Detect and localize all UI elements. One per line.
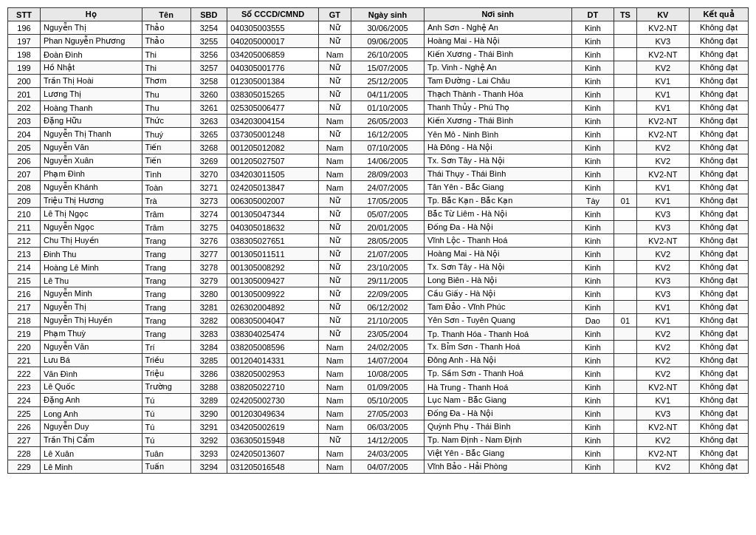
table-cell: 226 <box>8 420 41 434</box>
table-cell <box>614 341 636 354</box>
table-cell: Tp. Vinh - Nghệ An <box>425 61 571 75</box>
table-cell: Trang <box>142 261 190 274</box>
table-cell: Toàn <box>142 181 190 194</box>
table-cell: 210 <box>8 208 41 221</box>
table-cell: 10/08/2005 <box>351 367 424 381</box>
table-cell: KV2 <box>636 141 690 154</box>
table-cell: 037305001248 <box>227 128 319 141</box>
table-cell: Không đạt <box>690 154 749 168</box>
table-cell: 001203049634 <box>227 407 319 420</box>
table-cell: 05/10/2005 <box>351 394 424 407</box>
table-cell: 28/09/2003 <box>351 168 424 181</box>
table-cell: KV1 <box>636 301 690 314</box>
table-cell: 228 <box>8 447 41 460</box>
table-cell: 038304025474 <box>227 327 319 341</box>
header-sbd: SBD <box>190 8 227 21</box>
table-cell: Kinh <box>571 154 614 168</box>
table-cell: 3292 <box>190 434 227 447</box>
table-cell: Nam <box>318 394 351 407</box>
table-cell: Kinh <box>571 367 614 381</box>
table-cell <box>614 101 636 115</box>
table-cell: Trà <box>142 194 190 208</box>
table-row: 208Nguyễn KhánhToàn3271024205013847Nam24… <box>8 181 749 194</box>
table-cell: Kinh <box>571 301 614 314</box>
table-cell: 026302004892 <box>227 301 319 314</box>
table-cell: 001204014331 <box>227 354 319 367</box>
table-cell: Trâm <box>142 208 190 221</box>
table-row: 209Triệu Thị HươngTrà3273006305002007Nữ1… <box>8 194 749 208</box>
table-cell: 024205013847 <box>227 181 319 194</box>
table-cell: Đặng Anh <box>41 394 142 407</box>
table-cell: KV2 <box>636 248 690 261</box>
table-cell: 209 <box>8 194 41 208</box>
table-row: 227Trần Thị CẩmTú3292036305015948Nữ14/12… <box>8 434 749 447</box>
table-cell: Kinh <box>571 407 614 420</box>
table-cell: 040305001776 <box>227 61 319 75</box>
table-cell: Quỳnh Phụ - Thái Bình <box>425 420 571 434</box>
table-cell: 26/10/2005 <box>351 48 424 61</box>
header-ns: Ngày sinh <box>351 8 424 21</box>
table-cell: Đống Đa - Hà Nội <box>425 221 571 234</box>
main-table: STT Họ Tên SBD Số CCCD/CMND GT Ngày sinh… <box>7 7 749 474</box>
table-cell: 001205012082 <box>227 141 319 154</box>
table-cell: KV3 <box>636 407 690 420</box>
table-cell: 01/09/2005 <box>351 381 424 394</box>
table-cell: 15/07/2005 <box>351 61 424 75</box>
table-cell: Nguyễn Văn <box>41 341 142 354</box>
table-cell <box>614 75 636 88</box>
table-cell: Không đạt <box>690 261 749 274</box>
table-cell: 001305009427 <box>227 274 319 287</box>
table-cell: Nữ <box>318 234 351 248</box>
table-cell: Tx. Bỉm Sơn - Thanh Hoá <box>425 341 571 354</box>
table-cell: 3288 <box>190 381 227 394</box>
table-cell: Nguyễn Thị Huyền <box>41 314 142 327</box>
table-cell <box>614 221 636 234</box>
table-cell <box>614 301 636 314</box>
table-cell: Không đạt <box>690 407 749 420</box>
table-cell: KV2 <box>636 434 690 447</box>
table-cell: KV1 <box>636 101 690 115</box>
table-cell: 001305009922 <box>227 287 319 301</box>
table-cell: 222 <box>8 367 41 381</box>
table-cell: Vĩnh Bảo - Hải Phòng <box>425 460 571 474</box>
table-cell: Trang <box>142 274 190 287</box>
table-cell: Lương Thị <box>41 88 142 101</box>
table-row: 210Lê Thị NgọcTrâm3274001305047344Nữ05/0… <box>8 208 749 221</box>
table-cell: Kinh <box>571 341 614 354</box>
table-cell: 27/05/2003 <box>351 407 424 420</box>
table-cell: 199 <box>8 61 41 75</box>
table-cell: Nguyễn Thị <box>41 21 142 35</box>
table-cell: Không đạt <box>690 61 749 75</box>
table-cell: 229 <box>8 460 41 474</box>
table-cell: Kinh <box>571 115 614 128</box>
table-cell: 201 <box>8 88 41 101</box>
table-cell: KV2-NT <box>636 115 690 128</box>
table-cell: 20/01/2005 <box>351 221 424 234</box>
table-cell: Cầu Giấy - Hà Nội <box>425 287 571 301</box>
table-cell: Dao <box>571 314 614 327</box>
table-cell: Không đạt <box>690 367 749 381</box>
table-cell: Lê Quốc <box>41 381 142 394</box>
table-cell: KV2-NT <box>636 447 690 460</box>
table-row: 211Nguyễn NgọcTrâm3275040305018632Nữ20/0… <box>8 221 749 234</box>
table-row: 225Long AnhTú3290001203049634Nam27/05/20… <box>8 407 749 420</box>
table-cell: 205 <box>8 141 41 154</box>
table-cell: Kinh <box>571 141 614 154</box>
table-cell: Nguyễn Minh <box>41 287 142 301</box>
table-cell: 001205027507 <box>227 154 319 168</box>
table-cell: Kinh <box>571 274 614 287</box>
table-cell: 3275 <box>190 221 227 234</box>
table-cell: 196 <box>8 21 41 35</box>
table-cell: Tam Đường - Lai Châu <box>425 75 571 88</box>
table-row: 220Nguyễn VănTrí3284038205008596Nam24/02… <box>8 341 749 354</box>
table-cell: Không đạt <box>690 234 749 248</box>
table-cell: Không đạt <box>690 101 749 115</box>
table-cell: Triệu <box>142 367 190 381</box>
table-cell: 14/06/2005 <box>351 154 424 168</box>
table-cell: Không đạt <box>690 128 749 141</box>
table-cell: Kiến Xương - Thái Bình <box>425 115 571 128</box>
table-cell: KV1 <box>636 394 690 407</box>
table-cell: 214 <box>8 261 41 274</box>
table-cell: 22/09/2005 <box>351 287 424 301</box>
table-cell: Nam <box>318 447 351 460</box>
